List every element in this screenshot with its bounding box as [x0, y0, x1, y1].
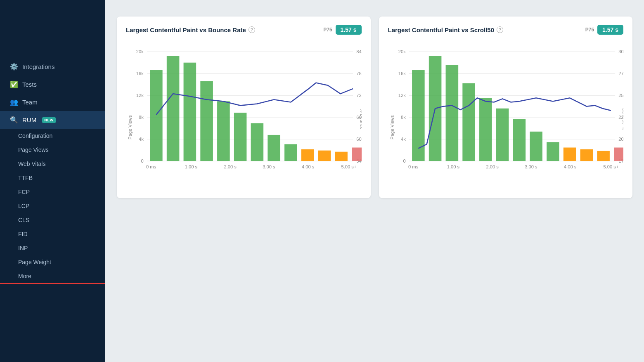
svg-text:4.00 s: 4.00 s — [302, 164, 315, 169]
svg-text:2.00 s: 2.00 s — [486, 164, 499, 169]
chart-visual-bounce: 20k 16k 12k 8k 4k 0 84 78 72 66 60 54 Pa… — [126, 40, 362, 189]
svg-text:27.5: 27.5 — [618, 71, 623, 76]
svg-text:1.00 s: 1.00 s — [447, 164, 459, 169]
percentile-label-bounce: P75 — [323, 27, 332, 33]
svg-rect-31 — [335, 152, 348, 161]
svg-text:16k: 16k — [398, 71, 405, 76]
svg-text:1.00 s: 1.00 s — [185, 164, 198, 169]
svg-rect-59 — [412, 70, 425, 161]
sidebar-item-tests[interactable]: ✅ Tests — [0, 76, 105, 93]
sidebar-item-integrations[interactable]: ⚙️ Integrations — [0, 58, 105, 76]
sidebar-sub-page-weight[interactable]: Page Weight — [0, 255, 105, 269]
svg-rect-61 — [445, 65, 458, 161]
info-icon-scroll[interactable]: ? — [497, 26, 503, 33]
svg-rect-63 — [479, 98, 492, 161]
sidebar-sub-more[interactable]: More — [0, 269, 105, 283]
svg-rect-65 — [513, 119, 526, 161]
sidebar-item-rum[interactable]: 🔍 RUM NEW — [0, 111, 105, 129]
sidebar-sub-lcp[interactable]: LCP — [0, 199, 105, 213]
svg-rect-25 — [234, 113, 247, 161]
tests-icon: ✅ — [10, 80, 18, 88]
chart-svg-bounce: 20k 16k 12k 8k 4k 0 84 78 72 66 60 54 Pa… — [126, 40, 362, 191]
svg-text:5.00 s+: 5.00 s+ — [341, 164, 356, 169]
chart-visual-scroll: 20k 16k 12k 8k 4k 0 30 27.5 25 22.5 20 1… — [388, 40, 624, 189]
svg-text:8k: 8k — [400, 115, 405, 120]
main-content: Largest Contentful Paint vs Bounce Rate … — [105, 0, 644, 362]
svg-rect-22 — [184, 63, 197, 161]
svg-text:20: 20 — [618, 137, 623, 142]
sidebar-sub-configuration[interactable]: Configuration — [0, 129, 105, 143]
svg-text:25: 25 — [618, 93, 623, 98]
svg-rect-62 — [462, 83, 475, 161]
svg-rect-64 — [496, 109, 509, 161]
sidebar-divider — [0, 283, 105, 284]
svg-text:60: 60 — [356, 137, 361, 142]
svg-text:78: 78 — [356, 71, 361, 76]
svg-text:0: 0 — [141, 159, 144, 163]
svg-rect-30 — [318, 151, 331, 161]
svg-rect-26 — [251, 123, 264, 161]
svg-text:0 ms: 0 ms — [146, 164, 156, 169]
sidebar-sub-page-views[interactable]: Page Views — [0, 143, 105, 157]
rum-icon: 🔍 — [10, 116, 18, 124]
svg-text:Page Views: Page Views — [128, 115, 133, 140]
svg-text:3.00 s: 3.00 s — [263, 164, 275, 169]
svg-text:Page Views: Page Views — [390, 115, 395, 140]
sidebar-label-team: Team — [22, 99, 38, 106]
svg-text:12k: 12k — [136, 93, 144, 98]
sidebar-sub-fid[interactable]: FID — [0, 227, 105, 241]
svg-rect-68 — [563, 147, 576, 161]
svg-rect-20 — [150, 70, 163, 161]
team-icon: 👥 — [10, 98, 18, 106]
svg-rect-32 — [352, 147, 361, 161]
svg-rect-23 — [200, 81, 213, 161]
svg-text:20k: 20k — [136, 49, 144, 54]
svg-text:30: 30 — [618, 49, 623, 54]
sidebar-sub-web-vitals[interactable]: Web Vitals — [0, 157, 105, 171]
sidebar-sub-inp[interactable]: INP — [0, 241, 105, 255]
svg-rect-66 — [530, 132, 542, 161]
percentile-label-scroll: P75 — [585, 27, 594, 33]
svg-rect-71 — [614, 147, 623, 161]
sidebar-label-integrations: Integrations — [22, 63, 54, 70]
svg-rect-67 — [547, 142, 559, 161]
svg-text:12k: 12k — [398, 93, 405, 98]
chart-title-scroll: Largest Contentful Paint vs Scroll50 ? — [388, 26, 504, 33]
svg-text:84: 84 — [356, 49, 361, 54]
svg-rect-70 — [597, 151, 610, 161]
svg-text:4k: 4k — [400, 137, 405, 142]
svg-text:4k: 4k — [139, 137, 144, 142]
svg-text:3.00 s: 3.00 s — [525, 164, 537, 169]
sidebar-sub-fcp[interactable]: FCP — [0, 185, 105, 199]
svg-rect-29 — [301, 149, 314, 161]
chart-title-text-scroll: Largest Contentful Paint vs Scroll50 — [388, 26, 495, 33]
svg-text:72: 72 — [356, 93, 361, 98]
rum-new-badge: NEW — [42, 117, 56, 123]
charts-row: Largest Contentful Paint vs Bounce Rate … — [117, 17, 632, 198]
chart-lcp-bounce: Largest Contentful Paint vs Bounce Rate … — [117, 17, 371, 198]
sidebar-sub-cls[interactable]: CLS — [0, 213, 105, 227]
svg-text:8k: 8k — [139, 115, 144, 120]
svg-text:0: 0 — [403, 159, 405, 163]
value-badge-bounce: 1.57 s — [336, 25, 362, 35]
svg-rect-24 — [217, 101, 230, 161]
sidebar-sub-ttfb[interactable]: TTFB — [0, 171, 105, 185]
sidebar-sub-menu: Configuration Page Views Web Vitals TTFB… — [0, 129, 105, 283]
svg-text:Scroll50 %: Scroll50 % — [622, 108, 623, 130]
value-badge-scroll: 1.57 s — [597, 25, 623, 35]
sidebar-label-rum: RUM — [22, 116, 36, 123]
svg-text:4.00 s: 4.00 s — [564, 164, 576, 169]
sidebar-label-tests: Tests — [22, 81, 37, 88]
sidebar-item-team[interactable]: 👥 Team — [0, 93, 105, 111]
chart-lcp-scroll: Largest Contentful Paint vs Scroll50 ? P… — [379, 17, 633, 198]
svg-text:2.00 s: 2.00 s — [224, 164, 237, 169]
svg-text:16k: 16k — [136, 71, 144, 76]
svg-text:5.00 s+: 5.00 s+ — [603, 164, 618, 169]
chart-meta-scroll: P75 1.57 s — [585, 25, 623, 35]
chart-header-bounce: Largest Contentful Paint vs Bounce Rate … — [126, 25, 362, 35]
sidebar: ⚙️ Integrations ✅ Tests 👥 Team 🔍 RUM NEW… — [0, 0, 105, 362]
svg-rect-28 — [284, 144, 297, 161]
info-icon-bounce[interactable]: ? — [249, 26, 255, 33]
integrations-icon: ⚙️ — [10, 63, 18, 71]
svg-rect-21 — [167, 56, 180, 161]
